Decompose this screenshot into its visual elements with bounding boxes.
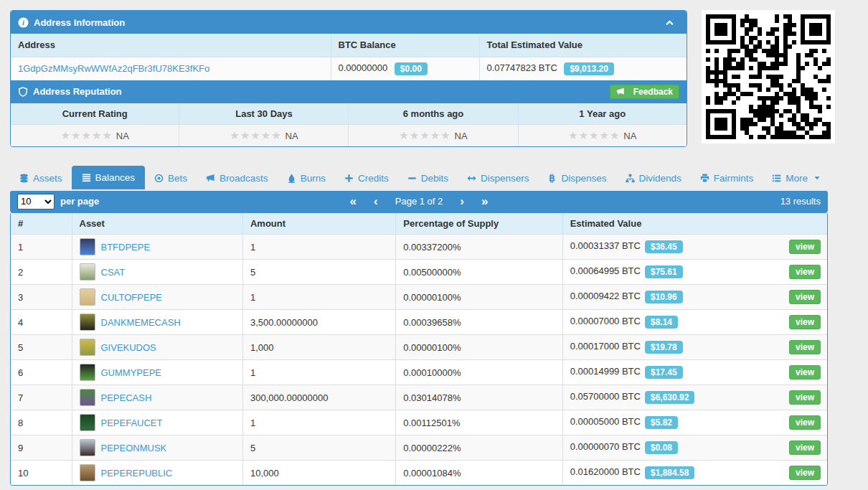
minus-icon [407,174,417,183]
asset-link[interactable]: GUMMYPEPE [101,367,162,378]
estimated-value-usd-badge: $19.78 [645,341,683,354]
tab-dispenses[interactable]: BDispenses [538,167,615,189]
feedback-button[interactable]: Feedback [610,85,679,99]
view-button[interactable]: view [789,265,821,279]
estimated-value-usd-badge: $10.96 [645,291,683,303]
tab-label: Credits [358,173,389,184]
asset-link[interactable]: GIVEKUDOS [101,342,156,353]
view-button[interactable]: view [789,415,821,430]
tab-dividends[interactable]: Dividends [616,167,691,189]
view-button[interactable]: view [789,340,821,354]
asset-link[interactable]: PEPEREPUBLIC [101,468,173,479]
angle-right-icon[interactable]: › [460,195,464,207]
tab-broadcasts[interactable]: Broadcasts [197,167,278,189]
list-icon [82,173,91,182]
address-info-row: 1GdpGzMMsyRwWWfAz2qFBr3fU78KE3fKFo 0.000… [11,57,687,80]
asset-link[interactable]: CULTOFPEPE [101,292,162,303]
tab-label: Assets [33,173,62,184]
star-icon: ★ [261,129,271,141]
view-button[interactable]: view [789,466,821,480]
reputation-header-row: Current RatingLast 30 Days6 months ago1 … [11,103,687,125]
asset-link[interactable]: PEPEONMUSK [101,443,167,453]
tab-burns[interactable]: Burns [278,167,335,189]
row-number: 8 [11,410,72,435]
view-button[interactable]: view [789,440,821,455]
reputation-rating-cell: ★★★★★NA [518,125,687,146]
chevron-up-icon[interactable] [665,18,674,27]
per-page-label: per page [60,196,99,207]
amount-value: 1 [242,360,395,385]
asset-thumbnail [80,339,95,356]
angle-double-right-icon[interactable]: » [481,195,488,207]
balances-table-wrap: # Asset Amount Percentage of Supply Esti… [10,212,828,486]
tab-dispensers[interactable]: Dispensers [458,167,539,189]
supply-pct-value: 0.00112501% [396,410,562,435]
pager: « ‹ Page 1 of 2 › » [10,195,828,207]
reputation-column-header: Last 30 Days [179,103,349,125]
estimated-value-btc: 0.00017000 BTC [570,341,641,352]
shield-icon [18,87,28,97]
address-information-title: Address Information [34,17,125,28]
supply-pct-value: 0.00000100% [396,285,562,310]
row-number: 2 [11,260,72,285]
estimated-value-usd-badge: $36.45 [645,240,683,253]
view-button[interactable]: view [789,290,821,304]
tab-credits[interactable]: Credits [335,167,398,189]
megaphone-icon [616,88,625,96]
tab-fairmints[interactable]: Fairmints [691,167,763,189]
total-value-usd-badge: $9,013.20 [564,62,613,75]
address-link[interactable]: 1GdpGzMMsyRwWWfAz2qFBr3fU78KE3fKFo [18,63,209,74]
feedback-label: Feedback [633,87,673,97]
megaphone-icon [206,174,215,183]
qr-box [702,10,835,143]
asset-link[interactable]: CSAT [101,267,126,278]
tab-debits[interactable]: Debits [398,167,458,189]
results-count: 13 results [780,196,821,207]
amount-value: 1,000 [242,335,395,360]
tab-balances[interactable]: Balances [72,166,146,189]
column-header-total-estimated-value: Total Estimated Value [479,34,687,57]
estimated-value-usd-badge: $1,884.58 [645,466,694,479]
estimated-value-btc: 0.00009422 BTC [570,291,641,301]
target-icon [154,174,164,183]
view-button[interactable]: view [789,390,821,405]
asset-thumbnail [80,238,95,255]
star-icon: ★ [430,129,440,141]
asset-thumbnail [80,263,95,281]
reputation-ratings-row: ★★★★★NA★★★★★NA★★★★★NA★★★★★NA [11,125,687,146]
asset-link[interactable]: PEPEFAUCET [101,418,163,428]
svg-text:i: i [22,18,24,27]
star-icon: ★ [579,129,589,141]
tab-more[interactable]: More [763,167,830,189]
asset-link[interactable]: BTFDPEPE [101,242,151,253]
plus-icon [344,174,354,183]
bitcoin-icon: B [547,174,557,183]
reputation-table: Current RatingLast 30 Days6 months ago1 … [11,103,687,146]
amount-value: 300,000.00000000 [242,385,395,410]
balance-row: 2CSAT50.00500000%0.00064995 BTC$75.61vie… [11,260,827,285]
amount-value: 1 [242,285,395,310]
asset-thumbnail [80,288,95,306]
column-header-asset: Asset [72,213,242,235]
tab-label: Bets [168,173,187,184]
view-button[interactable]: view [789,315,821,329]
angle-double-left-icon[interactable]: « [350,195,357,207]
tab-label: Fairmints [714,173,754,184]
view-button[interactable]: view [789,365,821,380]
tab-assets[interactable]: Assets [10,167,72,189]
supply-pct-value: 0.00010000% [396,360,562,385]
asset-link[interactable]: PEPECASH [101,392,152,403]
qr-code [702,10,835,143]
per-page-select[interactable]: 10 [17,194,55,209]
tab-bets[interactable]: Bets [145,167,197,189]
estimated-value-btc: 0.00064995 BTC [570,265,641,276]
row-number: 6 [11,360,72,385]
tab-label: Balances [95,172,136,183]
asset-link[interactable]: DANKMEMECASH [101,317,181,328]
estimated-value-usd-badge: $8.14 [645,316,678,329]
column-header-supply-pct: Percentage of Supply [396,213,562,235]
angle-left-icon[interactable]: ‹ [374,195,378,207]
view-button[interactable]: view [789,240,821,254]
balance-row: 9PEPEONMUSK50.00000222%0.00000070 BTC$0.… [11,435,827,461]
reputation-column-header: 1 Year ago [518,103,687,125]
